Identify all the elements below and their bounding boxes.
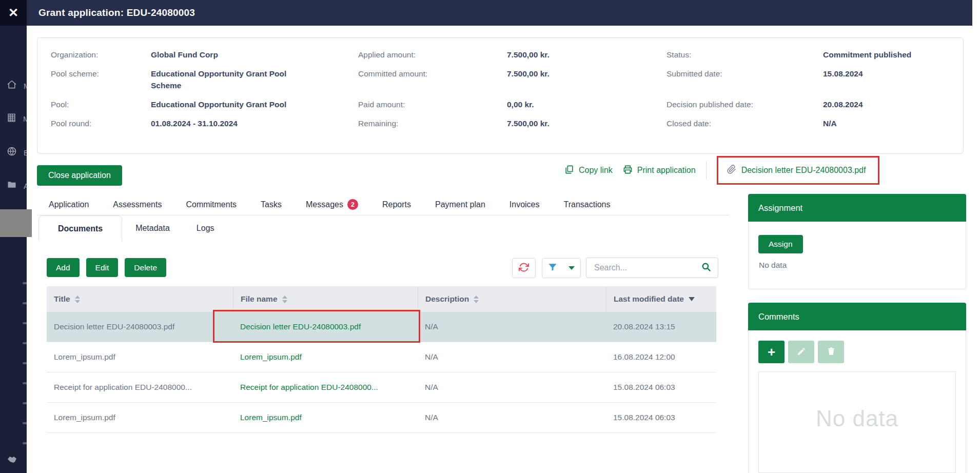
file-name-link[interactable]: Lorem_ipsum.pdf [233, 403, 418, 432]
sidebar-item-applications[interactable]: A [0, 178, 27, 193]
main-tabs: Application Assessments Commitments Task… [37, 194, 729, 215]
column-header-file-name[interactable]: File name [233, 286, 418, 312]
application-summary-panel: Organization: Global Fund Corp Applied a… [37, 37, 964, 154]
sub-tabs: Documents Metadata Logs [37, 215, 228, 241]
copy-link-label: Copy link [579, 166, 613, 175]
table-row[interactable]: Lorem_ipsum.pdf Lorem_ipsum.pdf N/A 15.0… [47, 403, 716, 433]
file-name-link[interactable]: Receipt for application EDU-2408000... [233, 372, 418, 402]
copy-link-button[interactable]: Copy link [564, 165, 613, 176]
refresh-button[interactable] [512, 258, 536, 278]
cell-last-modified: 15.08.2024 06:03 [606, 372, 716, 402]
globe-icon [7, 146, 17, 159]
pencil-icon [797, 347, 806, 358]
edit-comment-button[interactable] [788, 341, 814, 363]
organization-label: Organization: [51, 49, 151, 61]
refresh-icon [519, 262, 529, 274]
grant-application-modal: ✕ Grant application: EDU-24080003 M M E … [0, 0, 980, 473]
documents-toolbar: Add Edit Delete [47, 258, 166, 277]
assign-button[interactable]: Assign [758, 235, 803, 253]
sidebar-submenu-stub [23, 342, 27, 344]
sidebar-selected-item[interactable] [0, 209, 32, 237]
filter-icon [548, 263, 557, 274]
organization-value: Global Fund Corp [151, 49, 358, 61]
sidebar-submenu-stub [23, 322, 27, 324]
page-title: Grant application: EDU-24080003 [38, 0, 195, 26]
cell-description: N/A [418, 403, 606, 432]
assignment-panel-body [748, 222, 966, 289]
tab-assessments[interactable]: Assessments [113, 200, 162, 209]
file-name-link[interactable]: Decision letter EDU-24080003.pdf [233, 312, 418, 342]
file-name-link[interactable]: Lorem_ipsum.pdf [233, 342, 418, 372]
folder-icon [7, 180, 17, 192]
column-header-last-modified[interactable]: Last modified date [606, 286, 716, 312]
paid-amount-value: 0,00 kr. [507, 98, 667, 110]
table-row[interactable]: Lorem_ipsum.pdf Lorem_ipsum.pdf N/A 16.0… [47, 342, 716, 372]
cell-title: Lorem_ipsum.pdf [47, 342, 233, 372]
column-header-title[interactable]: Title [47, 286, 233, 312]
search-icon[interactable] [701, 262, 711, 274]
cell-title: Lorem_ipsum.pdf [47, 403, 233, 432]
cell-description: N/A [418, 312, 606, 342]
table-row[interactable]: Receipt for application EDU-2408000... R… [47, 372, 716, 403]
tab-messages[interactable]: Messages 2 [306, 199, 358, 210]
cell-title: Receipt for application EDU-2408000... [47, 372, 233, 402]
print-application-button[interactable]: Print application [623, 165, 696, 176]
cell-description: N/A [418, 372, 606, 402]
sidebar-item-partners[interactable] [0, 453, 27, 468]
pool-scheme-label: Pool scheme: [51, 68, 151, 91]
edit-button[interactable]: Edit [86, 258, 119, 277]
filter-dropdown-button[interactable] [563, 259, 580, 278]
tab-transactions[interactable]: Transactions [564, 200, 611, 209]
pool-round-value: 01.08.2024 - 31.10.2024 [151, 117, 358, 129]
sidebar-submenu-stub [23, 402, 27, 404]
close-icon[interactable]: ✕ [0, 0, 27, 26]
close-application-button[interactable]: Close application [37, 165, 122, 186]
cell-last-modified: 20.08.2024 13:15 [606, 312, 716, 342]
decision-published-date-value: 20.08.2024 [823, 98, 955, 110]
tab-metadata[interactable]: Metadata [122, 215, 183, 241]
sidebar-submenu-stub [23, 422, 27, 424]
comments-empty-text: No data [816, 406, 898, 431]
tab-invoices[interactable]: Invoices [509, 200, 540, 209]
home-icon [7, 80, 17, 92]
tab-logs[interactable]: Logs [183, 215, 228, 241]
comments-panel-header: Comments [748, 303, 966, 330]
print-application-label: Print application [637, 166, 696, 175]
pool-round-label: Pool round: [51, 117, 151, 129]
tab-tasks[interactable]: Tasks [261, 200, 282, 209]
sidebar-submenu-stub [23, 282, 27, 284]
sidebar-item-home[interactable]: M [0, 78, 27, 93]
tab-reports[interactable]: Reports [382, 200, 411, 209]
tab-payment-plan[interactable]: Payment plan [435, 200, 485, 209]
add-comment-button[interactable]: + [758, 341, 785, 363]
pool-value: Educational Opportunity Grant Pool [151, 98, 358, 110]
table-header-row: Title File name Description Last modifie… [47, 286, 716, 312]
closed-date-label: Closed date: [667, 117, 823, 129]
cell-description: N/A [418, 342, 606, 372]
delete-button[interactable]: Delete [125, 258, 166, 277]
sidebar: M M E A [0, 26, 27, 473]
handshake-icon [7, 454, 19, 468]
modal-header: ✕ Grant application: EDU-24080003 [0, 0, 972, 26]
remaining-label: Remaining: [358, 117, 507, 129]
modules-icon [7, 113, 16, 125]
tab-documents[interactable]: Documents [38, 215, 122, 241]
tab-application[interactable]: Application [49, 200, 89, 209]
column-header-description[interactable]: Description [418, 286, 606, 312]
sort-icon [282, 295, 287, 303]
filter-button[interactable] [542, 259, 563, 278]
comments-empty-area: No data [758, 371, 956, 473]
sidebar-submenu-stub [23, 382, 27, 384]
pool-label: Pool: [51, 98, 151, 110]
sidebar-item-modules[interactable]: M [0, 111, 27, 126]
add-button[interactable]: Add [47, 258, 80, 277]
tab-commitments[interactable]: Commitments [186, 200, 237, 209]
delete-comment-button[interactable] [818, 341, 844, 363]
decision-letter-annotation-box: Decision letter EDU-24080003.pdf [717, 156, 880, 185]
table-row[interactable]: Decision letter EDU-24080003.pdf Decisio… [47, 312, 716, 342]
sidebar-item-external[interactable]: E [0, 145, 27, 160]
decision-letter-link[interactable]: Decision letter EDU-24080003.pdf [741, 166, 866, 175]
status-label: Status: [667, 49, 823, 61]
copy-icon [564, 165, 574, 176]
search-input[interactable] [593, 263, 701, 273]
